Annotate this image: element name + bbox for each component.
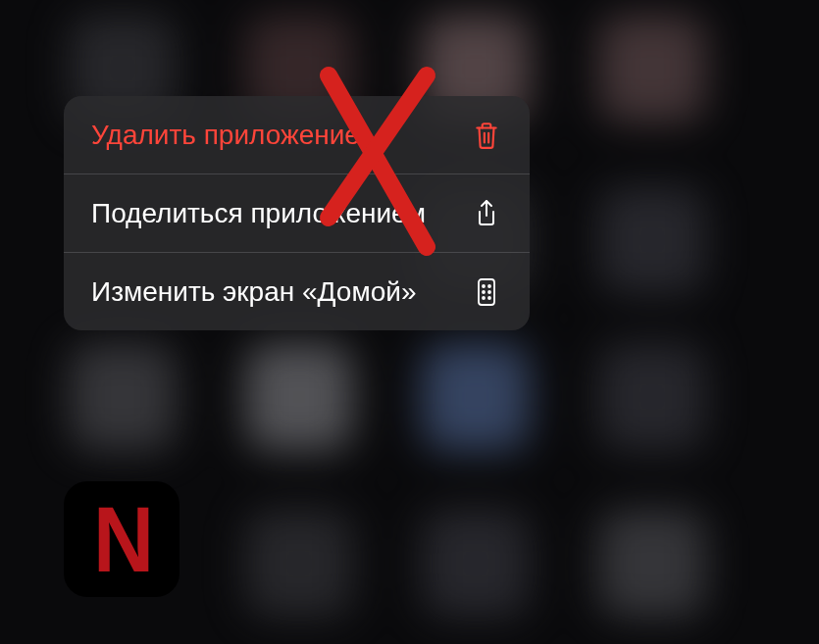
- trash-icon: [471, 120, 502, 151]
- menu-item-label: Удалить приложение: [91, 118, 471, 152]
- menu-item-label: Поделиться приложением: [91, 196, 471, 230]
- share-app-menu-item[interactable]: Поделиться приложением: [64, 174, 530, 253]
- svg-point-6: [488, 297, 490, 299]
- netflix-app-icon[interactable]: N: [64, 481, 179, 597]
- delete-app-menu-item[interactable]: Удалить приложение: [64, 96, 530, 174]
- svg-point-2: [488, 285, 490, 287]
- svg-point-3: [483, 291, 485, 293]
- menu-item-label: Изменить экран «Домой»: [91, 274, 471, 309]
- svg-point-5: [483, 297, 485, 299]
- app-context-menu: Удалить приложение Поделиться приложение…: [64, 96, 530, 330]
- svg-point-1: [483, 285, 485, 287]
- svg-rect-0: [479, 279, 494, 305]
- svg-point-4: [488, 291, 490, 293]
- share-icon: [471, 198, 502, 229]
- edit-home-screen-menu-item[interactable]: Изменить экран «Домой»: [64, 253, 530, 330]
- netflix-logo-letter: N: [93, 486, 150, 593]
- apps-grid-icon: [471, 276, 502, 308]
